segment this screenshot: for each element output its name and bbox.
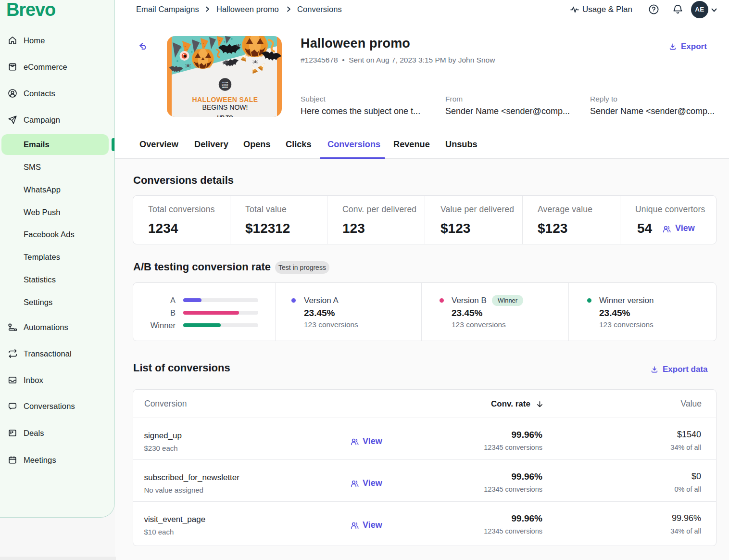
svg-text:HALLOWEEN SALE: HALLOWEEN SALE [192,96,258,103]
svg-text:LOGO: LOGO [222,84,229,86]
svg-text:HERE: HERE [222,86,228,89]
svg-text:YOUR: YOUR [222,81,229,84]
svg-text:UP TO: UP TO [217,115,233,117]
svg-text:BEGINS NOW!: BEGINS NOW! [202,103,248,111]
svg-text:Brevo: Brevo [7,0,55,20]
